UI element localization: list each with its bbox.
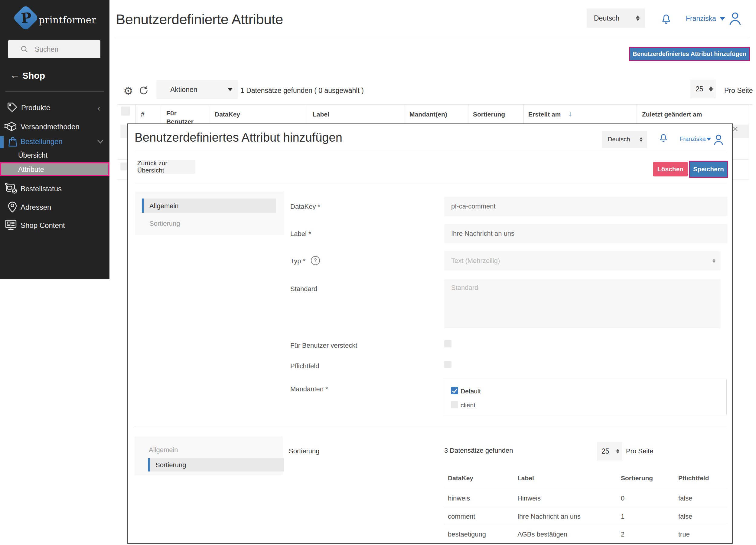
notifications-bell-icon[interactable]: [658, 131, 669, 144]
column-header-sorted[interactable]: Erstellt am: [528, 111, 561, 118]
t2-row-border: [444, 525, 728, 525]
sidebar-divider: [5, 91, 104, 92]
modal-divider: [135, 152, 726, 152]
sidebar-item-versandmethoden[interactable]: Versandmethoden: [21, 122, 80, 131]
sidebar-search[interactable]: [8, 40, 100, 58]
datakey-label: DataKey *: [290, 203, 320, 210]
hidden-for-users-label: Für Benutzer versteckt: [290, 342, 357, 350]
monitor-content-icon: [4, 218, 18, 231]
hidden-for-users-checkbox[interactable]: [444, 340, 451, 348]
table-col-border: [749, 104, 749, 179]
save-button[interactable]: Speichern: [689, 161, 728, 178]
select-stepper-icon: [709, 86, 713, 92]
user-menu-caret-icon[interactable]: [706, 138, 711, 141]
column-header[interactable]: Mandant(en): [409, 111, 447, 118]
mandant-client-checkbox[interactable]: [451, 401, 458, 408]
typ-select[interactable]: Text (Mehrzeilig): [444, 251, 721, 270]
table-col-border: [307, 104, 307, 124]
per-page-select[interactable]: 25: [690, 80, 716, 98]
table-cell: AGBs bestätigen: [517, 530, 567, 538]
mandant-default-checkbox[interactable]: [451, 387, 458, 394]
help-question-icon[interactable]: ?: [311, 256, 320, 265]
table-col-border: [209, 104, 209, 124]
sidebar-item-attribute[interactable]: Attribute: [18, 165, 44, 174]
brand-name[interactable]: printformer: [39, 15, 96, 25]
modal-language-select[interactable]: Deutsch: [602, 131, 647, 148]
table-cell: Ihre Nachricht an uns: [517, 513, 581, 521]
shopping-bag-icon: [7, 135, 18, 148]
t2-header-datakey[interactable]: DataKey: [448, 475, 473, 482]
t2-header-pflichtfeld[interactable]: Pflichtfeld: [678, 475, 709, 482]
table-col-border: [161, 104, 161, 124]
typ-select-value: Text (Mehrzeilig): [451, 257, 500, 265]
chevron-down-icon[interactable]: [96, 139, 105, 145]
clear-filter-icon[interactable]: ✕: [732, 125, 738, 133]
mandanten-box: Default client: [443, 379, 727, 415]
active-tab-indicator: [148, 458, 150, 472]
t2-row-border: [444, 507, 728, 507]
sidebar-section-title[interactable]: Shop: [22, 70, 45, 81]
table-cell: 1: [621, 513, 624, 521]
column-header[interactable]: Zuletzt geändert am: [642, 111, 702, 118]
select-stepper-icon: [640, 137, 643, 142]
modal-language-value: Deutsch: [608, 136, 630, 143]
datakey-input[interactable]: [444, 197, 728, 216]
actions-dropdown[interactable]: Aktionen: [156, 80, 238, 99]
chevron-left-icon[interactable]: ‹: [97, 103, 100, 113]
standard-label: Standard: [290, 285, 317, 293]
sidebar-item-uebersicht[interactable]: Übersicht: [18, 151, 47, 159]
table-col-border: [523, 104, 524, 124]
select-stepper-icon: [712, 259, 715, 263]
refresh-icon[interactable]: [138, 85, 149, 96]
shipping-box-icon: [4, 120, 17, 132]
standard-textarea[interactable]: [444, 279, 721, 328]
tab-allgemein[interactable]: Allgemein: [142, 198, 276, 213]
label-input[interactable]: [444, 224, 728, 243]
column-header[interactable]: #: [141, 111, 145, 118]
sort-desc-icon[interactable]: ↓: [569, 109, 572, 118]
active-nav-indicator: [0, 136, 4, 148]
table-cell: Hinweis: [517, 494, 541, 502]
sidebar-item-bestellstatus[interactable]: Bestellstatus: [21, 184, 62, 193]
back-arrow-icon[interactable]: ←: [10, 70, 20, 81]
user-avatar-icon[interactable]: [712, 132, 725, 146]
user-name[interactable]: Franziska: [686, 15, 716, 23]
user-avatar-icon[interactable]: [728, 10, 743, 26]
delete-button[interactable]: Löschen: [653, 162, 688, 176]
sortierung-table: DataKey Label Sortierung Pflichtfeld hin…: [444, 469, 728, 539]
dropdown-caret-icon: [228, 88, 233, 91]
column-header[interactable]: Sortierung: [473, 111, 505, 118]
modal-user-name[interactable]: Franziska: [679, 135, 706, 142]
section-per-page-select[interactable]: 25: [597, 442, 622, 461]
back-to-overview-button[interactable]: Zurück zur Übersicht: [137, 160, 195, 174]
required-checkbox[interactable]: [444, 361, 451, 368]
column-header[interactable]: DataKey: [215, 111, 240, 118]
table-col-border: [405, 104, 405, 124]
sidebar-item-produkte[interactable]: Produkte: [21, 103, 50, 112]
table-cell: true: [678, 530, 690, 538]
t2-header-label[interactable]: Label: [517, 475, 534, 482]
search-input[interactable]: [34, 40, 96, 59]
notifications-bell-icon[interactable]: [660, 11, 672, 26]
sidebar-item-shop-content[interactable]: Shop Content: [21, 221, 65, 230]
settings-gear-icon[interactable]: ⚙: [123, 85, 133, 97]
order-status-icon: [4, 182, 18, 194]
sidebar-item-adressen[interactable]: Adressen: [21, 203, 51, 211]
mandant-default-label: Default: [461, 388, 481, 395]
user-menu-caret-icon[interactable]: [720, 17, 725, 21]
results-count: 1 Datensätze gefunden ( 0 ausgewählt ): [240, 86, 364, 95]
tab-sortierung-2[interactable]: Sortierung: [148, 458, 284, 472]
table-left-border: [117, 104, 117, 179]
sidebar-item-bestellungen[interactable]: Bestellungen: [21, 137, 63, 146]
t2-header-sortierung[interactable]: Sortierung: [621, 475, 653, 482]
tab-sortierung[interactable]: Sortierung: [149, 220, 180, 227]
sidebar-item-attribute-highlight[interactable]: [0, 162, 109, 176]
column-header[interactable]: Label: [313, 111, 329, 118]
tab-allgemein-2[interactable]: Allgemein: [149, 446, 178, 454]
table-top-border: [117, 104, 753, 105]
add-attribute-button[interactable]: Benutzerdefiniertes Attribut hinzufügen: [629, 47, 750, 61]
select-all-checkbox[interactable]: [121, 106, 130, 116]
t2-row-border: [444, 489, 728, 489]
language-select[interactable]: Deutsch: [587, 8, 645, 28]
page: Benutzerdefinierte Attribute Deutsch Fra…: [0, 0, 756, 545]
